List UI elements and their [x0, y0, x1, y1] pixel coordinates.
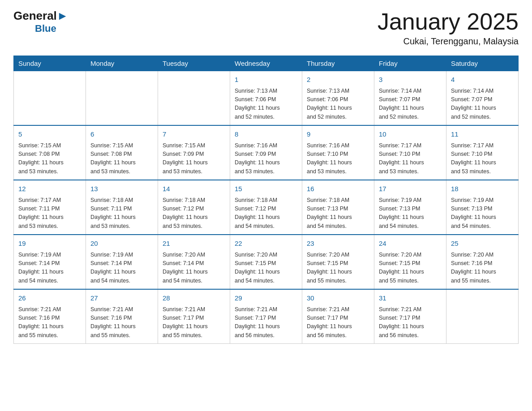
day-info: Sunrise: 7:17 AM Sunset: 7:10 PM Dayligh…: [451, 141, 514, 176]
calendar-cell: 31Sunrise: 7:21 AM Sunset: 7:17 PM Dayli…: [374, 289, 446, 344]
day-number: 31: [379, 293, 442, 304]
day-number: 17: [379, 184, 442, 194]
day-info: Sunrise: 7:15 AM Sunset: 7:08 PM Dayligh…: [90, 141, 153, 176]
day-number: 22: [235, 239, 297, 249]
calendar-cell: 21Sunrise: 7:20 AM Sunset: 7:14 PM Dayli…: [158, 235, 230, 289]
title-section: January 2025 Cukai, Terengganu, Malaysia: [378, 9, 519, 47]
day-number: 26: [18, 293, 81, 304]
day-number: 15: [235, 184, 297, 194]
calendar-cell: 5Sunrise: 7:15 AM Sunset: 7:08 PM Daylig…: [14, 125, 86, 180]
day-info: Sunrise: 7:16 AM Sunset: 7:10 PM Dayligh…: [307, 141, 369, 176]
day-header-friday: Friday: [374, 56, 446, 71]
day-number: 20: [90, 239, 153, 249]
day-number: 21: [163, 239, 225, 249]
calendar-cell: 3Sunrise: 7:14 AM Sunset: 7:07 PM Daylig…: [374, 71, 446, 126]
calendar-cell: 27Sunrise: 7:21 AM Sunset: 7:16 PM Dayli…: [86, 289, 158, 344]
day-number: 25: [451, 239, 514, 249]
day-info: Sunrise: 7:18 AM Sunset: 7:11 PM Dayligh…: [90, 196, 153, 231]
logo: General ► Blue: [13, 9, 69, 34]
day-number: 1: [235, 75, 297, 85]
calendar-week-row: 19Sunrise: 7:19 AM Sunset: 7:14 PM Dayli…: [14, 235, 519, 289]
day-info: Sunrise: 7:18 AM Sunset: 7:12 PM Dayligh…: [163, 196, 225, 231]
day-info: Sunrise: 7:16 AM Sunset: 7:09 PM Dayligh…: [235, 141, 297, 176]
calendar-cell: 2Sunrise: 7:13 AM Sunset: 7:06 PM Daylig…: [302, 71, 374, 126]
calendar-cell: 6Sunrise: 7:15 AM Sunset: 7:08 PM Daylig…: [86, 125, 158, 180]
day-info: Sunrise: 7:21 AM Sunset: 7:16 PM Dayligh…: [18, 305, 81, 340]
day-number: 12: [18, 184, 81, 194]
calendar-cell: [446, 289, 519, 344]
calendar-cell: 10Sunrise: 7:17 AM Sunset: 7:10 PM Dayli…: [374, 125, 446, 180]
calendar-cell: 17Sunrise: 7:19 AM Sunset: 7:13 PM Dayli…: [374, 180, 446, 235]
day-header-monday: Monday: [86, 56, 158, 71]
calendar-table: SundayMondayTuesdayWednesdayThursdayFrid…: [13, 56, 519, 344]
calendar-week-row: 1Sunrise: 7:13 AM Sunset: 7:06 PM Daylig…: [14, 71, 519, 126]
calendar-cell: 12Sunrise: 7:17 AM Sunset: 7:11 PM Dayli…: [14, 180, 86, 235]
day-info: Sunrise: 7:21 AM Sunset: 7:17 PM Dayligh…: [235, 305, 297, 340]
calendar-cell: 7Sunrise: 7:15 AM Sunset: 7:09 PM Daylig…: [158, 125, 230, 180]
calendar-cell: 14Sunrise: 7:18 AM Sunset: 7:12 PM Dayli…: [158, 180, 230, 235]
day-info: Sunrise: 7:20 AM Sunset: 7:15 PM Dayligh…: [235, 251, 297, 286]
calendar-header-row: SundayMondayTuesdayWednesdayThursdayFrid…: [14, 56, 519, 71]
day-header-saturday: Saturday: [446, 56, 519, 71]
day-info: Sunrise: 7:19 AM Sunset: 7:14 PM Dayligh…: [18, 251, 81, 286]
day-number: 3: [379, 75, 442, 85]
day-header-sunday: Sunday: [14, 56, 86, 71]
day-header-thursday: Thursday: [302, 56, 374, 71]
day-number: 23: [307, 239, 369, 249]
calendar-cell: 1Sunrise: 7:13 AM Sunset: 7:06 PM Daylig…: [230, 71, 302, 126]
day-number: 9: [307, 129, 369, 140]
day-info: Sunrise: 7:14 AM Sunset: 7:07 PM Dayligh…: [379, 87, 442, 122]
calendar-cell: 9Sunrise: 7:16 AM Sunset: 7:10 PM Daylig…: [302, 125, 374, 180]
logo-blue-text: Blue: [35, 23, 56, 34]
day-number: 29: [235, 293, 297, 304]
calendar-cell: [14, 71, 86, 126]
day-info: Sunrise: 7:21 AM Sunset: 7:17 PM Dayligh…: [379, 305, 442, 340]
day-number: 7: [163, 129, 225, 140]
day-info: Sunrise: 7:18 AM Sunset: 7:12 PM Dayligh…: [235, 196, 297, 231]
calendar-cell: [158, 71, 230, 126]
calendar-cell: 19Sunrise: 7:19 AM Sunset: 7:14 PM Dayli…: [14, 235, 86, 289]
day-info: Sunrise: 7:19 AM Sunset: 7:14 PM Dayligh…: [90, 251, 153, 286]
calendar-week-row: 26Sunrise: 7:21 AM Sunset: 7:16 PM Dayli…: [14, 289, 519, 344]
day-number: 18: [451, 184, 514, 194]
day-info: Sunrise: 7:13 AM Sunset: 7:06 PM Dayligh…: [235, 87, 297, 122]
page-header: General ► Blue January 2025 Cukai, Teren…: [13, 9, 519, 47]
day-info: Sunrise: 7:20 AM Sunset: 7:15 PM Dayligh…: [379, 251, 442, 286]
day-number: 24: [379, 239, 442, 249]
day-info: Sunrise: 7:15 AM Sunset: 7:09 PM Dayligh…: [163, 141, 225, 176]
calendar-cell: [86, 71, 158, 126]
day-number: 11: [451, 129, 514, 140]
day-info: Sunrise: 7:20 AM Sunset: 7:15 PM Dayligh…: [307, 251, 369, 286]
day-number: 8: [235, 129, 297, 140]
day-number: 14: [163, 184, 225, 194]
day-info: Sunrise: 7:18 AM Sunset: 7:13 PM Dayligh…: [307, 196, 369, 231]
calendar-week-row: 12Sunrise: 7:17 AM Sunset: 7:11 PM Dayli…: [14, 180, 519, 235]
day-info: Sunrise: 7:21 AM Sunset: 7:17 PM Dayligh…: [163, 305, 225, 340]
day-number: 27: [90, 293, 153, 304]
calendar-cell: 16Sunrise: 7:18 AM Sunset: 7:13 PM Dayli…: [302, 180, 374, 235]
day-info: Sunrise: 7:19 AM Sunset: 7:13 PM Dayligh…: [451, 196, 514, 231]
day-info: Sunrise: 7:20 AM Sunset: 7:16 PM Dayligh…: [451, 251, 514, 286]
day-header-wednesday: Wednesday: [230, 56, 302, 71]
day-info: Sunrise: 7:14 AM Sunset: 7:07 PM Dayligh…: [451, 87, 514, 122]
day-info: Sunrise: 7:19 AM Sunset: 7:13 PM Dayligh…: [379, 196, 442, 231]
logo-general-text: General: [13, 9, 57, 23]
day-info: Sunrise: 7:15 AM Sunset: 7:08 PM Dayligh…: [18, 141, 81, 176]
day-number: 6: [90, 129, 153, 140]
calendar-cell: 29Sunrise: 7:21 AM Sunset: 7:17 PM Dayli…: [230, 289, 302, 344]
month-title: January 2025: [378, 9, 519, 34]
calendar-cell: 30Sunrise: 7:21 AM Sunset: 7:17 PM Dayli…: [302, 289, 374, 344]
calendar-cell: 25Sunrise: 7:20 AM Sunset: 7:16 PM Dayli…: [446, 235, 519, 289]
calendar-week-row: 5Sunrise: 7:15 AM Sunset: 7:08 PM Daylig…: [14, 125, 519, 180]
day-number: 5: [18, 129, 81, 140]
calendar-cell: 11Sunrise: 7:17 AM Sunset: 7:10 PM Dayli…: [446, 125, 519, 180]
location-text: Cukai, Terengganu, Malaysia: [378, 36, 519, 47]
calendar-cell: 4Sunrise: 7:14 AM Sunset: 7:07 PM Daylig…: [446, 71, 519, 126]
day-number: 19: [18, 239, 81, 249]
calendar-cell: 22Sunrise: 7:20 AM Sunset: 7:15 PM Dayli…: [230, 235, 302, 289]
calendar-cell: 13Sunrise: 7:18 AM Sunset: 7:11 PM Dayli…: [86, 180, 158, 235]
calendar-cell: 28Sunrise: 7:21 AM Sunset: 7:17 PM Dayli…: [158, 289, 230, 344]
calendar-cell: 20Sunrise: 7:19 AM Sunset: 7:14 PM Dayli…: [86, 235, 158, 289]
calendar-cell: 26Sunrise: 7:21 AM Sunset: 7:16 PM Dayli…: [14, 289, 86, 344]
calendar-cell: 24Sunrise: 7:20 AM Sunset: 7:15 PM Dayli…: [374, 235, 446, 289]
